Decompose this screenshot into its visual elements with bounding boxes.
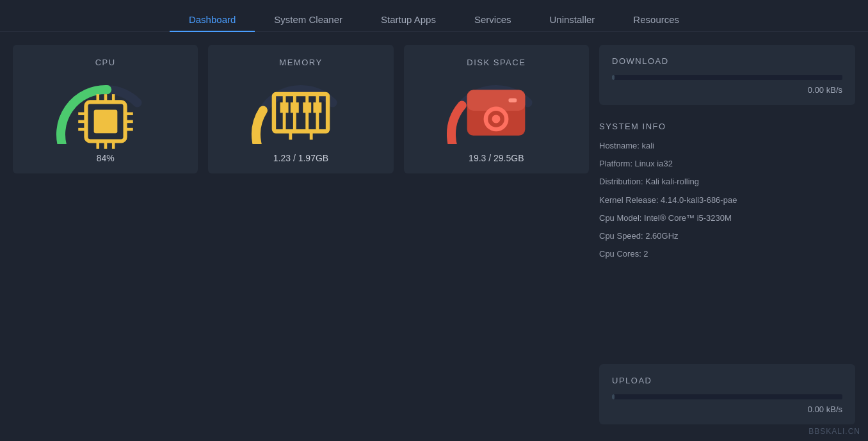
info-row: Hostname: kali (599, 140, 855, 152)
svg-rect-1 (93, 110, 117, 134)
upload-title: UPLOAD (612, 376, 842, 385)
info-row: Platform: Linux ia32 (599, 158, 855, 170)
upload-progress-fill (612, 394, 615, 399)
nav-item-services[interactable]: Services (455, 8, 531, 31)
watermark: BBSKALI.CN (808, 427, 860, 436)
memory-icon (243, 77, 358, 152)
cpu-gauge (48, 74, 163, 144)
download-title: DOWNLOAD (612, 56, 842, 66)
upload-progress-bg (612, 394, 842, 399)
cpu-card: CPU (13, 45, 198, 173)
main-nav: DashboardSystem CleanerStartup AppsServi… (0, 0, 868, 32)
metric-cards-row: CPU (13, 45, 589, 173)
svg-rect-22 (313, 102, 321, 113)
system-info-title: SYSTEM INFO (599, 122, 855, 131)
svg-rect-19 (280, 102, 289, 113)
memory-card: MEMORY (208, 45, 393, 173)
cpu-title: CPU (95, 58, 116, 67)
cpu-icon (48, 86, 163, 161)
info-row: Kernel Release: 4.14.0-kali3-686-pae (599, 195, 855, 206)
disk-value: 19.3 / 29.5GB (469, 153, 524, 163)
download-progress-fill (612, 75, 615, 80)
nav-item-dashboard[interactable]: Dashboard (170, 8, 255, 31)
disk-icon (438, 77, 554, 152)
info-row: Distribution: Kali kali-rolling (599, 176, 855, 188)
metrics-area: CPU (13, 45, 589, 424)
memory-value: 1.23 / 1.97GB (273, 153, 328, 163)
nav-item-uninstaller[interactable]: Uninstaller (530, 8, 614, 31)
right-panel: DOWNLOAD 0.00 kB/s SYSTEM INFO Hostname:… (599, 45, 855, 424)
memory-gauge (243, 74, 358, 144)
svg-rect-29 (509, 98, 517, 102)
download-speed: 0.00 kB/s (612, 85, 842, 95)
nav-item-startup-apps[interactable]: Startup Apps (362, 8, 455, 31)
svg-point-28 (492, 115, 501, 123)
system-info-rows: Hostname: kaliPlatform: Linux ia32Distri… (599, 140, 855, 260)
disk-title: DISK SPACE (467, 58, 526, 67)
memory-title: MEMORY (279, 58, 322, 67)
info-row: Cpu Speed: 2.60GHz (599, 230, 855, 242)
info-row: Cpu Model: Intel® Core™ i5-3230M (599, 212, 855, 224)
svg-rect-21 (303, 102, 311, 113)
disk-card: DISK SPACE (404, 45, 589, 173)
system-info-card: SYSTEM INFO Hostname: kaliPlatform: Linu… (599, 115, 855, 364)
disk-gauge (438, 74, 554, 144)
upload-card: UPLOAD 0.00 kB/s (599, 364, 855, 424)
upload-speed: 0.00 kB/s (612, 405, 842, 414)
nav-item-system-cleaner[interactable]: System Cleaner (255, 8, 362, 31)
main-content: CPU (0, 32, 868, 437)
download-progress-bg (612, 75, 842, 80)
svg-rect-20 (291, 102, 299, 113)
download-card: DOWNLOAD 0.00 kB/s (599, 45, 855, 105)
nav-item-resources[interactable]: Resources (614, 8, 698, 31)
info-row: Cpu Cores: 2 (599, 248, 855, 260)
